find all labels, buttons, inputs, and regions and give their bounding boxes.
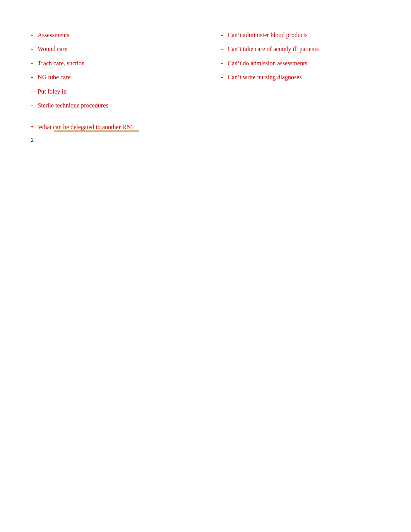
dash-icon: - — [221, 31, 223, 39]
list-item: - Assessments — [31, 31, 190, 39]
dash-icon: - — [221, 45, 223, 53]
right-dash-list: - Can’t administer blood products - Can’… — [221, 31, 380, 82]
right-column: - Can’t administer blood products - Can’… — [206, 31, 380, 115]
list-item: - Can’t administer blood products — [221, 31, 380, 39]
left-dash-list: - Assessments - Wound care - Trach care,… — [31, 31, 190, 110]
dash-icon: - — [31, 87, 33, 96]
dash-icon: - — [31, 59, 33, 68]
dash-icon: - — [31, 73, 33, 82]
list-item-text: Can’t administer blood products — [228, 31, 307, 39]
left-column: - Assessments - Wound care - Trach care,… — [31, 31, 206, 115]
list-item: - Put foley in — [31, 87, 190, 96]
list-item-text: Can’t take care of acutely ill patients — [228, 45, 319, 53]
page-container: - Assessments - Wound care - Trach care,… — [0, 0, 411, 167]
list-item-text: Can’t do admission assessments — [228, 59, 307, 68]
list-item-text: Wound care — [38, 45, 67, 53]
bullet-icon: • — [31, 123, 33, 131]
list-item-text: Put foley in — [38, 87, 67, 96]
list-item-text: Trach care, suction — [38, 59, 85, 68]
two-column-layout: - Assessments - Wound care - Trach care,… — [31, 31, 380, 115]
list-item: - Wound care — [31, 45, 190, 53]
dash-icon: - — [31, 31, 33, 39]
page-number: 2 — [31, 137, 34, 143]
list-item: - NG tube care — [31, 73, 190, 82]
dash-icon: - — [31, 45, 33, 53]
dash-icon: - — [31, 101, 33, 110]
bottom-bar-decoration — [54, 130, 139, 132]
list-item: - Can’t write nursing diagnoses — [221, 73, 380, 82]
list-item-text: Can’t write nursing diagnoses — [228, 73, 301, 82]
list-item-text: NG tube care — [38, 73, 70, 82]
list-item: - Can’t do admission assessments — [221, 59, 380, 68]
dash-icon: - — [221, 59, 223, 68]
dash-icon: - — [221, 73, 223, 82]
list-item: - Trach care, suction — [31, 59, 190, 68]
list-item: - Can’t take care of acutely ill patient… — [221, 45, 380, 53]
list-item-text: Sterile technique procedures — [38, 101, 108, 110]
list-item-text: Assessments — [38, 31, 69, 39]
list-item: - Sterile technique procedures — [31, 101, 190, 110]
